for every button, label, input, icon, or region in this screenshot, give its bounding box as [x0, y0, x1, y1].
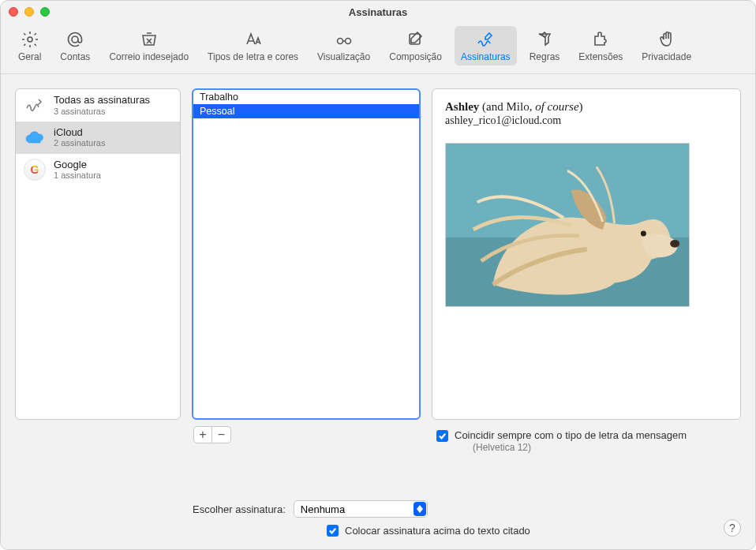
account-name: iCloud — [54, 126, 105, 139]
tab-general[interactable]: Geral — [12, 26, 47, 65]
at-icon — [65, 29, 84, 50]
svg-point-7 — [670, 240, 679, 248]
font-icon — [244, 29, 263, 50]
accounts-list[interactable]: Todas as assinaturas 3 assinaturas iClou… — [15, 88, 181, 420]
svg-point-1 — [72, 36, 78, 43]
match-font-detail: (Helvetica 12) — [473, 442, 687, 453]
place-above-label: Colocar assinatura acima do texto citado — [345, 525, 530, 537]
window-title: Assinaturas — [1, 6, 755, 18]
titlebar: Assinaturas — [1, 1, 755, 23]
choose-signature-select[interactable]: Nenhuma — [294, 500, 428, 518]
tab-accounts[interactable]: Contas — [54, 26, 96, 65]
gear-icon — [21, 29, 39, 50]
signature-name-line: Ashley (and Milo, of course) — [445, 100, 728, 114]
signature-list[interactable]: Trabalho Pessoal — [192, 88, 421, 420]
signature-item-pessoal[interactable]: Pessoal — [193, 104, 419, 118]
signature-image — [445, 143, 690, 307]
choose-signature-value: Nenhuma — [301, 503, 345, 515]
tab-extensions[interactable]: Extensões — [572, 26, 629, 65]
compose-icon — [406, 29, 425, 50]
tab-junk[interactable]: Correio indesejado — [103, 26, 195, 65]
svg-point-0 — [28, 37, 32, 42]
puzzle-icon — [591, 29, 610, 50]
tab-composing[interactable]: Composição — [383, 26, 448, 65]
account-icloud[interactable]: iCloud 2 assinaturas — [16, 122, 180, 154]
match-font-label: Coincidir sempre com o tipo de letra da … — [455, 429, 687, 441]
signature-preview[interactable]: Ashley (and Milo, of course) ashley_rico… — [432, 88, 741, 420]
glasses-icon — [335, 29, 354, 50]
help-button[interactable]: ? — [724, 519, 741, 537]
hand-icon — [657, 29, 676, 50]
preferences-toolbar: Geral Contas Correio indesejado Tipos de… — [1, 23, 755, 74]
trash-icon — [140, 29, 159, 50]
signature-icon — [476, 29, 495, 50]
svg-point-2 — [337, 39, 342, 44]
cloud-icon — [24, 126, 46, 148]
svg-point-8 — [641, 230, 646, 236]
match-font-checkbox[interactable] — [436, 430, 448, 442]
signature-email: ashley_rico1@icloud.com — [445, 114, 728, 127]
remove-signature-button[interactable]: − — [212, 426, 231, 443]
account-name: Google — [54, 159, 101, 171]
add-signature-button[interactable]: + — [193, 426, 212, 443]
google-icon: G — [24, 159, 46, 181]
tab-rules[interactable]: Regras — [523, 26, 567, 65]
signature-item-trabalho[interactable]: Trabalho — [193, 90, 419, 104]
svg-point-3 — [345, 39, 350, 44]
select-arrows-icon — [414, 502, 426, 516]
tab-viewing[interactable]: Visualização — [311, 26, 376, 65]
choose-signature-label: Escolher assinatura: — [193, 503, 286, 515]
account-count: 1 assinatura — [54, 170, 101, 181]
tab-signatures[interactable]: Assinaturas — [455, 26, 517, 65]
account-count: 3 assinaturas — [54, 107, 150, 117]
signature-icon — [24, 94, 46, 116]
account-count: 2 assinaturas — [54, 138, 105, 148]
place-above-checkbox[interactable] — [327, 525, 339, 537]
tab-fonts[interactable]: Tipos de letra e cores — [201, 26, 305, 65]
account-google[interactable]: G Google 1 assinatura — [16, 154, 180, 186]
account-name: Todas as assinaturas — [54, 94, 150, 107]
account-all-signatures[interactable]: Todas as assinaturas 3 assinaturas — [16, 89, 180, 122]
rules-icon — [535, 29, 554, 50]
tab-privacy[interactable]: Privacidade — [635, 26, 698, 65]
